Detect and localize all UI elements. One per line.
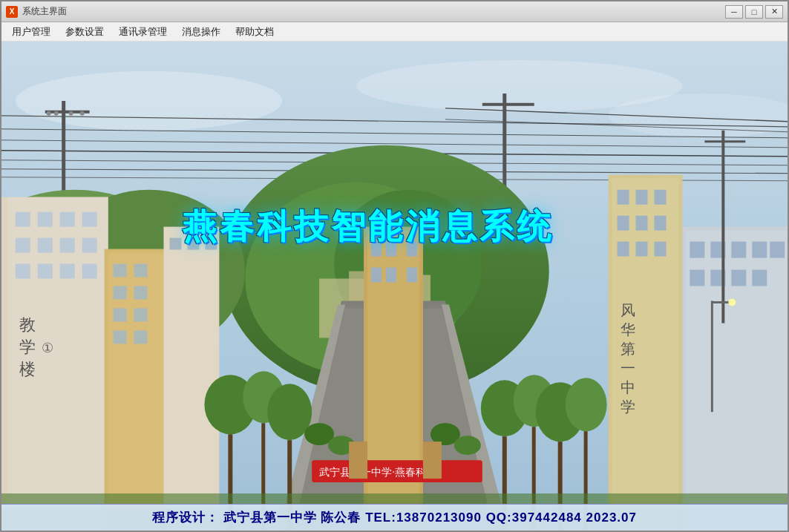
svg-text:第: 第 xyxy=(621,341,635,357)
svg-rect-101 xyxy=(752,270,767,286)
svg-text:学: 学 xyxy=(621,398,635,415)
svg-rect-76 xyxy=(618,190,629,205)
svg-rect-72 xyxy=(386,268,396,283)
content-area: 教 学 楼 ① xyxy=(1,42,788,531)
restore-button[interactable]: □ xyxy=(745,5,763,19)
svg-rect-97 xyxy=(770,242,785,258)
svg-rect-42 xyxy=(82,264,97,279)
svg-text:华: 华 xyxy=(621,321,635,338)
window-controls: ─ □ ✕ xyxy=(725,5,783,19)
svg-point-15 xyxy=(47,111,51,116)
footer-bar: 程序设计： 武宁县第一中学 陈公春 TEL:13870213090 QQ:397… xyxy=(1,504,788,531)
svg-point-1 xyxy=(16,71,282,131)
svg-text:学: 学 xyxy=(19,338,36,356)
svg-rect-56 xyxy=(134,330,148,344)
svg-rect-54 xyxy=(134,308,148,321)
main-window: X 系统主界面 ─ □ ✕ 用户管理 参数设置 通讯录管理 消息操作 帮助文档 xyxy=(0,0,789,532)
main-title: 燕春科技智能消息系统 xyxy=(183,204,554,250)
svg-rect-37 xyxy=(60,238,75,253)
svg-rect-71 xyxy=(371,268,382,283)
svg-rect-51 xyxy=(114,286,127,300)
svg-text:教: 教 xyxy=(19,315,36,334)
app-icon: X xyxy=(6,6,18,18)
svg-rect-31 xyxy=(16,212,30,227)
svg-rect-32 xyxy=(38,212,53,227)
menu-message-ops[interactable]: 消息操作 xyxy=(174,22,228,41)
svg-rect-50 xyxy=(134,264,148,278)
svg-text:中: 中 xyxy=(621,379,635,395)
svg-rect-40 xyxy=(38,264,53,279)
svg-rect-80 xyxy=(636,216,648,231)
minimize-button[interactable]: ─ xyxy=(725,5,743,19)
title-bar-left: X 系统主界面 xyxy=(6,5,67,18)
svg-point-106 xyxy=(728,298,736,306)
svg-text:①: ① xyxy=(42,341,53,355)
svg-rect-84 xyxy=(654,242,666,257)
menu-help[interactable]: 帮助文档 xyxy=(228,22,281,41)
svg-text:风: 风 xyxy=(621,302,635,318)
svg-point-18 xyxy=(80,111,85,116)
svg-rect-127 xyxy=(349,441,367,479)
svg-point-119 xyxy=(566,378,607,431)
svg-rect-39 xyxy=(16,264,30,279)
svg-rect-81 xyxy=(654,216,666,231)
svg-rect-83 xyxy=(636,242,648,257)
svg-rect-55 xyxy=(114,330,127,344)
svg-rect-100 xyxy=(731,270,746,286)
svg-rect-82 xyxy=(618,242,629,257)
title-bar: X 系统主界面 ─ □ ✕ xyxy=(1,1,788,22)
svg-rect-49 xyxy=(114,264,127,278)
campus-background: 教 学 楼 ① xyxy=(1,42,788,531)
svg-rect-36 xyxy=(38,238,53,253)
menu-user-management[interactable]: 用户管理 xyxy=(4,22,58,41)
svg-rect-78 xyxy=(654,190,666,205)
svg-point-124 xyxy=(454,436,481,455)
svg-rect-57 xyxy=(163,227,219,531)
svg-rect-34 xyxy=(82,212,97,227)
svg-rect-58 xyxy=(169,238,181,250)
svg-rect-35 xyxy=(16,238,30,253)
svg-text:一: 一 xyxy=(621,360,635,376)
svg-rect-93 xyxy=(690,242,704,258)
menu-params[interactable]: 参数设置 xyxy=(58,22,111,41)
svg-rect-53 xyxy=(114,308,127,321)
menu-contacts[interactable]: 通讯录管理 xyxy=(111,22,174,41)
menu-bar: 用户管理 参数设置 通讯录管理 消息操作 帮助文档 xyxy=(1,22,788,42)
window-title: 系统主界面 xyxy=(22,5,67,18)
svg-rect-98 xyxy=(690,270,704,286)
footer-text: 程序设计： 武宁县第一中学 陈公春 TEL:13870213090 QQ:397… xyxy=(152,509,637,526)
svg-rect-33 xyxy=(60,212,75,227)
svg-rect-79 xyxy=(618,216,629,231)
svg-point-17 xyxy=(69,111,73,116)
svg-text:楼: 楼 xyxy=(19,360,36,378)
svg-rect-95 xyxy=(731,242,746,258)
svg-rect-96 xyxy=(752,242,767,258)
svg-rect-77 xyxy=(636,190,648,205)
svg-rect-73 xyxy=(407,268,417,283)
svg-rect-38 xyxy=(82,238,97,253)
close-button[interactable]: ✕ xyxy=(765,5,783,19)
svg-rect-41 xyxy=(60,264,75,279)
svg-point-16 xyxy=(54,111,59,116)
svg-rect-128 xyxy=(423,441,442,479)
svg-text:武宁县第一中学·燕春科技: 武宁县第一中学·燕春科技 xyxy=(319,467,436,478)
svg-rect-52 xyxy=(134,286,148,300)
